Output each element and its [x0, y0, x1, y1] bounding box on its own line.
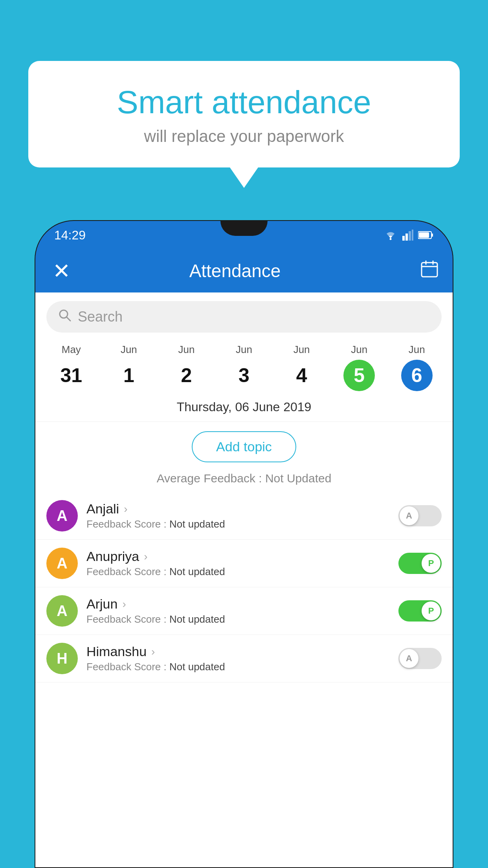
student-avatar: H	[46, 643, 78, 674]
chevron-right-icon: ›	[144, 550, 147, 563]
student-item: AAnjali ›Feedback Score : Not updatedA	[35, 492, 453, 540]
calendar-day[interactable]: May31	[42, 344, 100, 391]
student-name[interactable]: Himanshu ›	[86, 644, 398, 659]
attendance-toggle[interactable]: A	[398, 505, 442, 526]
calendar-day[interactable]: Jun6	[388, 344, 446, 391]
svg-rect-1	[402, 236, 405, 241]
notch	[220, 221, 268, 236]
svg-rect-6	[419, 232, 429, 238]
svg-rect-8	[422, 263, 437, 277]
student-list: AAnjali ›Feedback Score : Not updatedAAA…	[35, 492, 453, 682]
calendar-day[interactable]: Jun5	[330, 344, 388, 391]
calendar-strip: May31Jun1Jun2Jun3Jun4Jun5Jun6	[35, 333, 453, 396]
student-feedback: Feedback Score : Not updated	[86, 518, 398, 530]
calendar-button[interactable]	[420, 260, 438, 282]
status-time: 14:29	[54, 228, 86, 243]
student-feedback: Feedback Score : Not updated	[86, 661, 398, 673]
phone-frame: 14:29	[35, 220, 453, 868]
student-avatar: A	[46, 595, 78, 627]
search-icon	[58, 309, 72, 325]
student-avatar: A	[46, 500, 78, 531]
app-bar: ✕ Attendance	[35, 249, 453, 292]
attendance-toggle[interactable]: A	[398, 648, 442, 669]
svg-rect-3	[409, 231, 411, 241]
svg-line-13	[66, 317, 70, 321]
speech-bubble: Smart attendance will replace your paper…	[28, 61, 460, 167]
calendar-day[interactable]: Jun4	[273, 344, 330, 391]
student-item: HHimanshu ›Feedback Score : Not updatedA	[35, 635, 453, 682]
svg-rect-2	[405, 234, 408, 241]
chevron-right-icon: ›	[122, 598, 126, 611]
attendance-toggle[interactable]: P	[398, 600, 442, 622]
wifi-icon	[383, 230, 398, 241]
battery-icon	[418, 231, 434, 239]
student-item: AArjun ›Feedback Score : Not updatedP	[35, 587, 453, 635]
app-bar-title: Attendance	[50, 260, 420, 281]
status-icons	[383, 230, 434, 241]
svg-rect-4	[412, 230, 413, 241]
status-bar: 14:29	[35, 221, 453, 249]
bubble-title: Smart attendance	[48, 85, 440, 120]
calendar-day[interactable]: Jun1	[100, 344, 158, 391]
add-topic-button[interactable]: Add topic	[192, 431, 296, 462]
student-feedback: Feedback Score : Not updated	[86, 613, 398, 625]
svg-rect-7	[431, 234, 433, 237]
selected-date-label: Thursday, 06 June 2019	[35, 396, 453, 422]
student-item: AAnupriya ›Feedback Score : Not updatedP	[35, 540, 453, 587]
phone-inner: 14:29	[35, 221, 453, 867]
chevron-right-icon: ›	[151, 645, 155, 658]
calendar-day[interactable]: Jun3	[215, 344, 273, 391]
phone-content: Search May31Jun1Jun2Jun3Jun4Jun5Jun6 Thu…	[35, 292, 453, 867]
student-name[interactable]: Arjun ›	[86, 596, 398, 612]
chevron-right-icon: ›	[124, 503, 127, 515]
attendance-toggle[interactable]: P	[398, 553, 442, 574]
bubble-subtitle: will replace your paperwork	[48, 127, 440, 146]
student-name[interactable]: Anupriya ›	[86, 549, 398, 564]
student-avatar: A	[46, 548, 78, 579]
student-feedback: Feedback Score : Not updated	[86, 566, 398, 578]
student-name[interactable]: Anjali ›	[86, 501, 398, 517]
average-feedback: Average Feedback : Not Updated	[35, 472, 453, 485]
svg-point-0	[390, 238, 392, 240]
calendar-day[interactable]: Jun2	[158, 344, 215, 391]
search-bar[interactable]: Search	[46, 301, 442, 333]
signal-icon	[402, 230, 413, 241]
search-input-placeholder: Search	[78, 309, 123, 325]
